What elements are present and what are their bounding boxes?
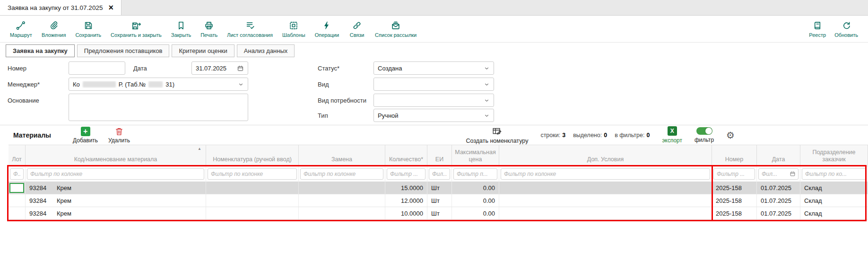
filter-input-replacement[interactable] (300, 168, 383, 180)
header-conditions[interactable]: Доп. Условия (499, 145, 712, 166)
filter-input-division[interactable] (802, 168, 866, 180)
date-input[interactable]: 31.07.2025 (191, 61, 248, 75)
add-row-button[interactable]: + Добавить (73, 127, 98, 144)
status-select[interactable]: Создана (373, 61, 494, 75)
table-row-2[interactable]: 93284 Крем 12.0000 Шт 0.00 2025-158 01.0… (9, 194, 868, 207)
operations-label: Операции (315, 32, 339, 38)
header-code-name[interactable]: ▲ Код/наименование материала (26, 145, 206, 166)
export-excel-button[interactable]: X экспорт (662, 126, 682, 144)
header-max-price[interactable]: Максимальная цена (452, 145, 499, 166)
date-label: Дата (133, 65, 147, 72)
cell-replacement (299, 207, 385, 219)
mailing-list-label: Список рассылки (375, 32, 417, 38)
document-tab[interactable]: Заявка на закупку от 31.07.2025 × (0, 0, 122, 15)
header-number[interactable]: Номер (712, 145, 757, 166)
request-form: Номер Дата 31.07.2025 Менеджер* Ко Р. (Т… (0, 59, 868, 125)
filter-input-code-name[interactable] (27, 168, 204, 180)
header-division[interactable]: Подразделение заказчик (800, 145, 868, 166)
gear-icon[interactable]: ⚙ (726, 130, 735, 140)
header-nomenclature[interactable]: Номенклатура (ручной ввод) (206, 145, 299, 166)
registry-label: Реестр (809, 32, 826, 38)
tab-analiz[interactable]: Анализ данных (237, 44, 295, 57)
kind-select[interactable] (373, 78, 494, 91)
filter-input-max-price[interactable] (453, 168, 497, 180)
export-label: экспорт (662, 137, 682, 144)
header-lot[interactable]: Лот (9, 145, 26, 166)
create-nomenclature-button[interactable]: Создать номенклатуру (466, 126, 528, 144)
header-replacement[interactable]: Замена (299, 145, 385, 166)
basis-textarea[interactable] (69, 94, 248, 121)
status-value: Создана (378, 65, 402, 72)
registry-button[interactable]: Реестр (805, 18, 830, 40)
header-quantity[interactable]: Количество* (385, 145, 427, 166)
calendar-icon[interactable] (790, 171, 796, 177)
cell-nomenclature (206, 207, 299, 219)
filter-input-unit[interactable] (429, 168, 450, 180)
bookmark-icon (176, 20, 186, 31)
links-label: Связи (350, 32, 365, 38)
route-label: Маршрут (10, 32, 32, 38)
tab-predlozheniya[interactable]: Предложения поставщиков (77, 44, 170, 57)
materials-table: Лот ▲ Код/наименование материала Номенкл… (9, 145, 868, 220)
cell-division: Склад (800, 207, 868, 219)
basis-label: Основание (8, 97, 39, 104)
manager-value-part2: Р. (Таб.№ (119, 81, 146, 88)
templates-label: Шаблоны (282, 32, 305, 38)
table-row-1[interactable]: 93284 Крем 15.0000 Шт 0.00 2025-158 01.0… (9, 182, 868, 194)
attachments-button[interactable]: Вложения (37, 18, 70, 40)
manager-select[interactable]: Ко Р. (Таб.№ 31) (69, 78, 248, 91)
cell-code-name: 93284 Крем (26, 207, 206, 219)
templates-button[interactable]: Шаблоны (278, 18, 310, 40)
print-button[interactable]: Печать (196, 18, 222, 40)
filter-input-nomenclature[interactable] (208, 168, 297, 180)
cell-max-price: 0.00 (452, 207, 499, 219)
chevron-down-icon (484, 65, 490, 71)
save-and-close-button[interactable]: Сохранить и закрыть (106, 18, 166, 40)
filter-input-lot[interactable] (10, 168, 24, 180)
type-select[interactable]: Ручной (373, 109, 494, 122)
number-input[interactable] (69, 61, 125, 75)
filter-input-quantity[interactable] (387, 168, 425, 180)
tab-zayavka[interactable]: Заявка на закупку (6, 44, 75, 57)
manager-value-part3: 31) (165, 81, 174, 88)
table-row-3[interactable]: 93284 Крем 10.0000 Шт 0.00 2025-158 01.0… (9, 207, 868, 220)
cell-lot (9, 207, 26, 219)
manager-label: Менеджер* (8, 81, 40, 88)
cell-conditions (499, 207, 712, 219)
close-document-button[interactable]: Закрыть (167, 18, 195, 40)
need-kind-select[interactable] (373, 94, 494, 107)
header-date[interactable]: Дата (757, 145, 800, 166)
templates-icon (288, 20, 299, 31)
cell-unit: Шт (427, 194, 452, 207)
mailing-list-button[interactable]: Список рассылки (371, 18, 421, 40)
redacted-text (148, 81, 163, 87)
cell-lot (9, 194, 26, 207)
route-button[interactable]: Маршрут (6, 18, 36, 40)
delete-row-button[interactable]: Удалить (108, 127, 130, 144)
filter-input-conditions[interactable] (501, 168, 710, 180)
refresh-button[interactable]: Обновить (830, 18, 862, 40)
sort-asc-icon[interactable]: ▲ (198, 147, 201, 151)
toggle-on-icon[interactable] (696, 127, 712, 135)
type-label: Тип (318, 112, 328, 119)
printer-icon (204, 20, 214, 31)
cell-conditions (499, 182, 712, 194)
header-unit[interactable]: ЕИ (427, 145, 452, 166)
tab-predlozheniya-label: Предложения поставщиков (84, 47, 163, 54)
close-tab-icon[interactable]: × (108, 3, 113, 12)
trash-icon (114, 127, 124, 136)
operations-button[interactable]: Операции (311, 18, 343, 40)
close-document-label: Закрыть (171, 32, 191, 38)
filter-input-number[interactable] (713, 168, 755, 180)
approval-sheet-button[interactable]: Лист согласования (223, 18, 277, 40)
calendar-icon[interactable] (237, 65, 244, 72)
save-button[interactable]: Сохранить (71, 18, 105, 40)
filter-toggle[interactable]: фильтр (694, 127, 714, 143)
cell-lot (9, 182, 26, 194)
links-button[interactable]: Связи (344, 18, 370, 40)
link-icon (352, 20, 362, 31)
main-toolbar: Маршрут Вложения Сохранить Сохранить и з… (0, 16, 868, 43)
tab-kriterii[interactable]: Критерии оценки (172, 44, 234, 57)
redacted-text (83, 81, 116, 87)
document-tab-title: Заявка на закупку от 31.07.2025 (8, 4, 103, 11)
